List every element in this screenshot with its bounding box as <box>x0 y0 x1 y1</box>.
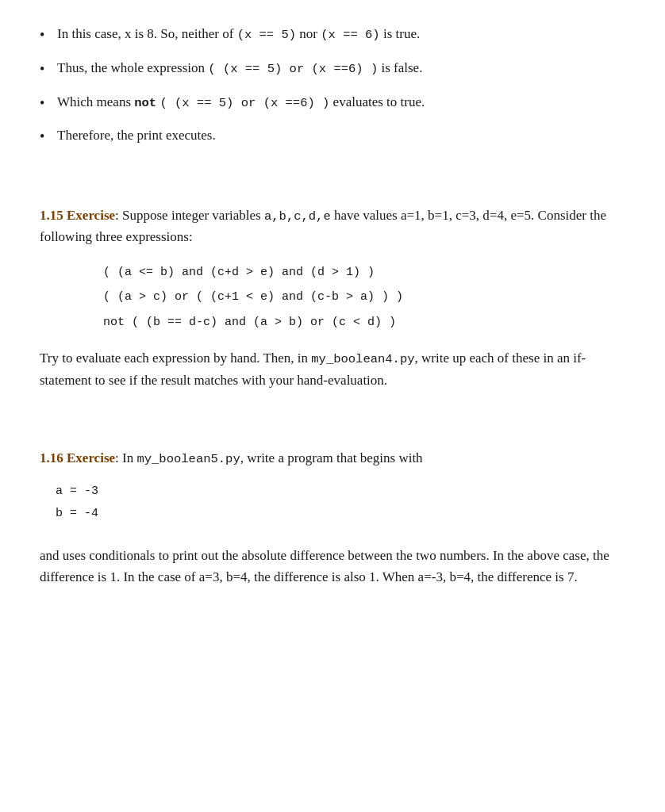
exercise-116-intro: In my_boolean5.py, write a program that … <box>122 450 423 465</box>
bullet-item-2: • Thus, the whole expression ( (x == 5) … <box>40 58 625 81</box>
gap-3 <box>40 537 625 545</box>
bullet-dot-1: • <box>40 24 57 47</box>
expression-block: ( (a <= b) and (c+d > e) and (d > 1) ) (… <box>103 260 625 335</box>
exercise-115-followup: Try to evaluate each expression by hand.… <box>40 347 625 391</box>
bullet-text-1: In this case, x is 8. So, neither of (x … <box>57 24 625 44</box>
code-my-boolean5: my_boolean5.py <box>136 452 240 466</box>
expression-2: ( (a > c) or ( (c+1 < e) and (c-b > a) )… <box>103 285 625 310</box>
code-x6: (x == 6) <box>321 28 379 42</box>
code-not-bold: not <box>134 96 156 110</box>
code-not-expr: ( (x == 5) or (x ==6) ) <box>160 96 329 110</box>
bullet-dot-2: • <box>40 58 57 81</box>
code-line-a: a = -3 <box>56 481 625 504</box>
gap-1 <box>40 159 625 183</box>
exercise-115-colon: : <box>115 208 119 223</box>
expression-1: ( (a <= b) and (c+d > e) and (d > 1) ) <box>103 260 625 285</box>
exercise-115-number: 1.15 <box>40 208 63 223</box>
gap-2 <box>40 402 625 426</box>
exercise-115-word: Exercise <box>67 208 115 223</box>
code-x5: (x == 5) <box>237 28 296 42</box>
bullet-text-4: Therefore, the print executes. <box>57 125 625 146</box>
expression-3: not ( (b == d-c) and (a > b) or (c < d) … <box>103 310 625 335</box>
exercise-116-heading: 1.16 Exercise: In my_boolean5.py, write … <box>40 448 625 469</box>
code-my-boolean4: my_boolean4.py <box>311 352 414 366</box>
bullet-dot-4: • <box>40 125 57 148</box>
code-block-116: a = -3 b = -4 <box>56 481 625 526</box>
exercise-116-colon: : <box>115 450 119 465</box>
code-whole-expr: ( (x == 5) or (x ==6) ) <box>208 62 378 76</box>
exercise-115-heading: 1.15 Exercise: Suppose integer variables… <box>40 205 625 247</box>
exercise-116-number: 1.16 <box>40 450 63 465</box>
exercise-116-word: Exercise <box>67 450 115 465</box>
exercise-116-followup: and uses conditionals to print out the a… <box>40 545 625 588</box>
exercise-115-intro: Suppose integer variables a,b,c,d,e have… <box>40 208 606 243</box>
bullet-dot-3: • <box>40 92 57 115</box>
code-line-b: b = -4 <box>56 503 625 526</box>
bullet-text-2: Thus, the whole expression ( (x == 5) or… <box>57 58 625 79</box>
bullet-item-3: • Which means not ( (x == 5) or (x ==6) … <box>40 92 625 115</box>
bullet-text-3: Which means not ( (x == 5) or (x ==6) ) … <box>57 92 625 113</box>
bullet-item-4: • Therefore, the print executes. <box>40 125 625 148</box>
bullet-item-1: • In this case, x is 8. So, neither of (… <box>40 24 625 47</box>
code-vars: a,b,c,d,e <box>264 209 331 224</box>
